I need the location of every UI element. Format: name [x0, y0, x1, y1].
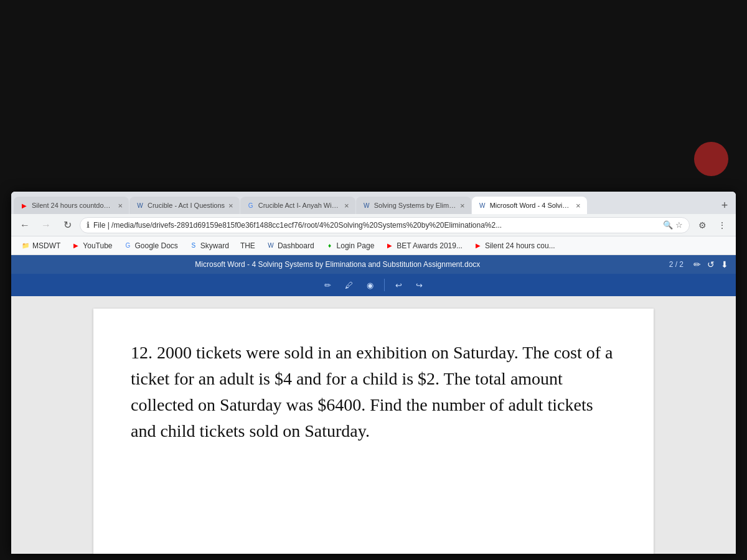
download-icon[interactable]: ⬇: [721, 259, 728, 269]
tab-favicon-tab3: G: [247, 201, 255, 210]
extensions-icon[interactable]: ⚙: [693, 217, 711, 234]
tab-tab2[interactable]: WCrucible - Act I Questions×: [129, 197, 240, 214]
bookmark-3[interactable]: SSkyward: [184, 240, 234, 252]
redo-tool[interactable]: ↪: [413, 279, 426, 292]
bookmark-icon[interactable]: ☆: [675, 220, 683, 230]
menu-icon[interactable]: ⋮: [713, 217, 731, 234]
bookmark-1[interactable]: ▶YouTube: [67, 240, 117, 252]
bookmark-8[interactable]: ▶Silent 24 hours cou...: [469, 240, 560, 252]
bookmark-favicon-1: ▶: [72, 241, 80, 250]
bookmark-4[interactable]: THE: [235, 240, 260, 252]
tab-tab1[interactable]: ▶Silent 24 hours countdown tim...×: [14, 197, 129, 214]
document-paragraph: 12. 2000 tickets were sold in an exhibit…: [131, 340, 616, 444]
bookmark-favicon-8: ▶: [474, 241, 482, 250]
tab-label-tab2: Crucible - Act I Questions: [148, 202, 225, 209]
red-circle-decoration: [694, 142, 728, 176]
bookmark-label-6: Login Page: [337, 241, 375, 250]
bookmark-6[interactable]: ♦Login Page: [321, 240, 380, 252]
redo-arrow-icon: ↪: [416, 281, 423, 290]
tab-favicon-tab2: W: [136, 201, 144, 210]
tab-label-tab5: Microsoft Word - 4 Solving Sys...: [490, 202, 572, 209]
undo-tool[interactable]: ↩: [392, 279, 405, 292]
tab-label-tab3: Crucible Act I- Anyah Wiggins: [258, 202, 341, 209]
tab-tab5[interactable]: WMicrosoft Word - 4 Solving Sys...×: [472, 197, 587, 214]
bookmark-label-4: THE: [240, 241, 255, 250]
edit-icon[interactable]: ✏: [693, 259, 701, 269]
bookmark-label-2: Google Docs: [134, 241, 177, 250]
document-page: 12. 2000 tickets were sold in an exhibit…: [93, 309, 654, 554]
bookmarks-bar: 📁MSDWT▶YouTubeGGoogle DocsSSkywardTHEWDa…: [11, 236, 736, 255]
bookmark-0[interactable]: 📁MSDWT: [16, 240, 65, 252]
pencil-icon: ✏: [324, 281, 331, 290]
tab-bar: ▶Silent 24 hours countdown tim...×WCruci…: [11, 192, 736, 214]
tab-close-tab1[interactable]: ×: [118, 201, 123, 210]
bookmark-7[interactable]: ▶BET Awards 2019...: [380, 240, 467, 252]
bookmark-favicon-2: G: [123, 241, 132, 250]
tab-favicon-tab4: W: [362, 201, 371, 210]
bookmark-5[interactable]: WDashboard: [261, 240, 319, 252]
bookmark-favicon-6: ♦: [326, 241, 334, 250]
draw-tool[interactable]: ✏: [321, 279, 334, 292]
undo-arrow-icon: ↩: [395, 281, 402, 290]
bookmark-favicon-7: ▶: [385, 241, 394, 250]
toolbar-separator: [384, 279, 385, 291]
toolbar-right: ⚙ ⋮: [693, 217, 731, 234]
tab-label-tab4: Solving Systems by Elimination...: [374, 202, 456, 209]
address-text: File | /media/fuse/drivefs-2891d69159e81…: [93, 221, 659, 230]
search-icon[interactable]: 🔍: [663, 220, 673, 230]
new-tab-button[interactable]: +: [716, 197, 733, 214]
bookmark-label-5: Dashboard: [278, 241, 314, 250]
tab-favicon-tab5: W: [478, 201, 487, 210]
forward-button[interactable]: →: [37, 217, 55, 234]
address-icons: 🔍 ☆: [663, 220, 683, 230]
tab-favicon-tab1: ▶: [20, 201, 29, 210]
tab-label-tab1: Silent 24 hours countdown tim...: [32, 202, 114, 209]
dark-background-top: [0, 0, 747, 193]
bookmark-label-8: Silent 24 hours cou...: [485, 241, 555, 250]
nav-bar: ← → ↻ ℹ File | /media/fuse/drivefs-2891d…: [11, 214, 736, 236]
tab-tab4[interactable]: WSolving Systems by Elimination...×: [356, 197, 471, 214]
bookmark-2[interactable]: GGoogle Docs: [118, 240, 182, 252]
bookmark-label-1: YouTube: [83, 241, 112, 250]
address-bar[interactable]: ℹ File | /media/fuse/drivefs-2891d69159e…: [80, 217, 690, 233]
tab-close-tab2[interactable]: ×: [228, 201, 233, 210]
bookmark-label-3: Skyward: [200, 241, 229, 250]
word-document-title: Microsoft Word - 4 Solving Systems by El…: [19, 260, 657, 269]
bookmark-label-7: BET Awards 2019...: [397, 241, 463, 250]
bookmark-favicon-0: 📁: [21, 241, 30, 250]
tab-tab3[interactable]: GCrucible Act I- Anyah Wiggins×: [240, 197, 355, 214]
bookmark-label-0: MSDWT: [32, 241, 60, 250]
word-page-count: 2 / 2: [669, 260, 684, 269]
pen-tool[interactable]: 🖊: [342, 279, 356, 292]
word-title-bar: Microsoft Word - 4 Solving Systems by El…: [11, 255, 736, 274]
tab-close-tab3[interactable]: ×: [344, 201, 349, 210]
info-icon: ℹ: [87, 220, 90, 230]
browser-window: ▶Silent 24 hours countdown tim...×WCruci…: [11, 192, 736, 554]
undo-icon[interactable]: ↺: [707, 259, 715, 269]
refresh-button[interactable]: ↻: [59, 217, 76, 234]
tab-close-tab4[interactable]: ×: [460, 201, 465, 210]
tab-close-tab5[interactable]: ×: [576, 201, 581, 210]
bookmark-favicon-3: S: [189, 241, 198, 250]
bookmark-favicon-5: W: [266, 241, 275, 250]
word-toolbar: ✏ 🖊 ◉ ↩ ↪: [11, 274, 736, 296]
pen-icon: 🖊: [345, 281, 353, 290]
word-title-actions: ✏ ↺ ⬇: [693, 259, 728, 269]
eraser-icon: ◉: [367, 281, 374, 290]
document-content-area: 12. 2000 tickets were sold in an exhibit…: [11, 296, 736, 554]
eraser-tool[interactable]: ◉: [364, 279, 377, 292]
back-button[interactable]: ←: [16, 217, 34, 234]
